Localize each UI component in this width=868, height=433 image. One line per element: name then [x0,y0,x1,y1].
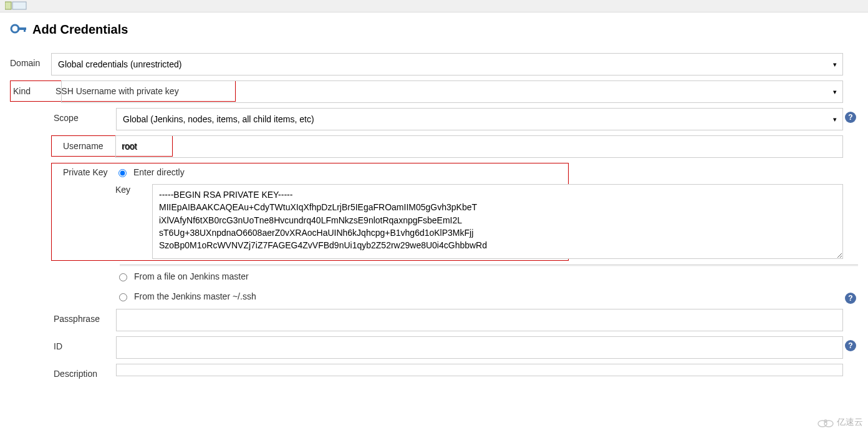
key-icon [10,22,27,37]
id-label: ID [10,336,116,356]
description-input[interactable] [116,364,843,376]
toolbar-icons [5,1,30,10]
kind-label: Kind [11,81,52,101]
toolbar [0,0,868,12]
username-input[interactable] [115,135,843,158]
key-label: Key [115,180,140,197]
domain-select[interactable]: Global credentials (unrestricted) [51,53,843,75]
private-key-label: Private Key [55,165,115,180]
username-label: Username [53,139,118,153]
key-textarea[interactable] [152,184,843,259]
radio-from-ssh-label[interactable]: From the Jenkins master ~/.ssh [134,291,256,301]
radio-from-file-label[interactable]: From a file on Jenkins master [134,271,249,281]
help-icon[interactable]: ? [845,340,856,351]
divider [120,265,858,267]
kind-select[interactable]: SSH Username with private key [61,80,843,103]
radio-from-file[interactable] [119,273,127,281]
description-label: Description [10,364,116,384]
svg-rect-0 [5,2,11,9]
scope-label: Scope [10,108,116,128]
domain-label: Domain [10,53,51,73]
svg-rect-1 [12,2,26,9]
help-icon[interactable]: ? [845,112,856,123]
radio-enter-directly[interactable] [118,169,127,177]
id-input[interactable] [116,336,843,359]
passphrase-label: Passphrase [10,309,116,329]
help-icon[interactable]: ? [845,293,856,304]
svg-rect-4 [24,27,26,32]
scope-select[interactable]: Global (Jenkins, nodes, items, all child… [116,108,843,130]
page-title: Add Credentials [32,22,128,37]
passphrase-input[interactable] [116,309,843,331]
radio-from-ssh[interactable] [119,293,127,301]
page-header: Add Credentials [10,22,858,37]
